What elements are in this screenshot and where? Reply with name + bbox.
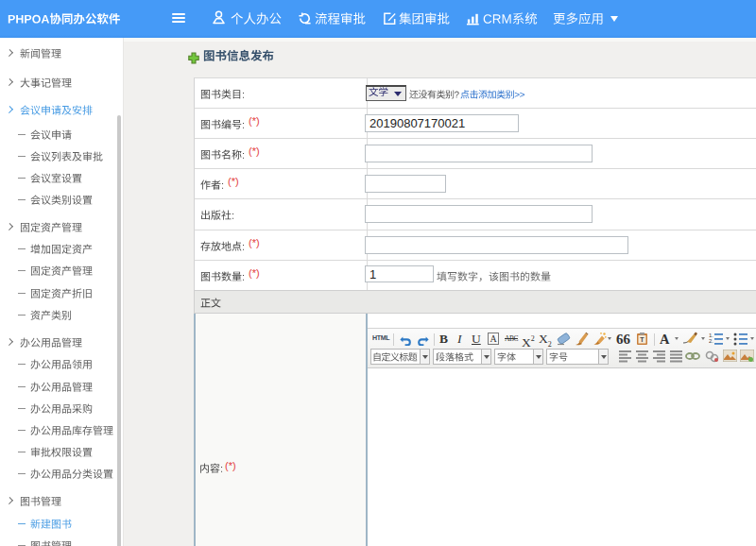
- svg-text:2.: 2.: [709, 338, 713, 344]
- svg-text:T: T: [640, 336, 644, 343]
